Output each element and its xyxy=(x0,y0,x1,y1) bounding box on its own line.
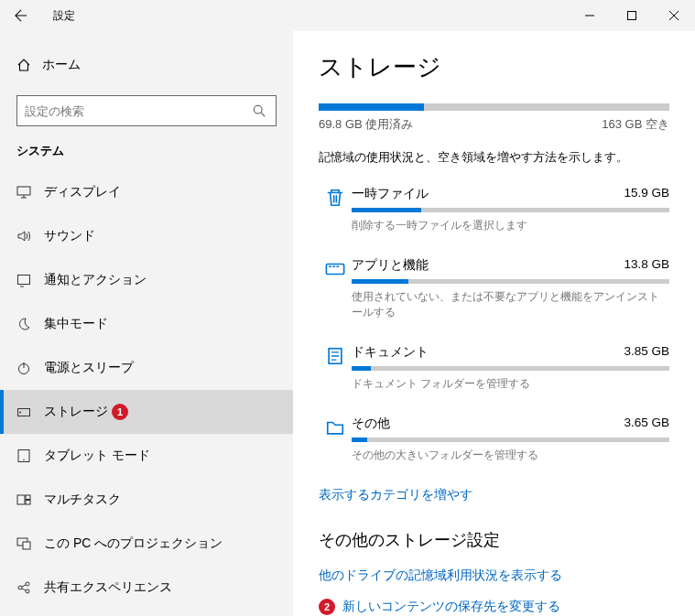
home-link[interactable]: ホーム xyxy=(0,48,293,82)
storage-icon xyxy=(16,405,44,419)
show-more-categories-link[interactable]: 表示するカテゴリを増やす xyxy=(319,487,669,503)
tablet-icon xyxy=(16,448,44,463)
maximize-icon xyxy=(627,11,636,20)
search-input[interactable] xyxy=(25,104,250,118)
sidebar-item-projection[interactable]: この PC へのプロジェクション xyxy=(0,522,293,566)
other-drives-link[interactable]: 他のドライブの記憶域利用状況を表示する xyxy=(319,567,562,584)
category-name: ドキュメント xyxy=(352,344,429,361)
svg-point-14 xyxy=(18,586,22,589)
sidebar-item-label: 通知とアクション xyxy=(44,272,147,288)
sidebar-item-focus[interactable]: 集中モード xyxy=(0,302,293,346)
storage-free: 163 GB 空き xyxy=(602,116,669,133)
storage-usage-bar xyxy=(319,103,669,111)
sidebar-item-label: タブレット モード xyxy=(44,448,150,464)
svg-point-16 xyxy=(26,589,29,593)
maximize-button[interactable] xyxy=(611,0,653,31)
power-icon xyxy=(16,361,44,375)
window-controls xyxy=(569,0,695,31)
category-apps[interactable]: アプリと機能13.8 GB 使用されていない、または不要なアプリと機能をアンイン… xyxy=(319,257,669,320)
category-desc: 使用されていない、または不要なアプリと機能をアンインストールする xyxy=(352,289,669,320)
close-button[interactable] xyxy=(653,0,695,31)
home-label: ホーム xyxy=(42,57,81,73)
sidebar-item-label: マルチタスク xyxy=(44,492,121,508)
notifications-icon xyxy=(16,273,44,287)
sidebar: ホーム システム ディスプレイ サウンド 通知とアクション 集中モード 電源とス… xyxy=(0,31,293,616)
storage-usage-text: 69.8 GB 使用済み 163 GB 空き xyxy=(319,116,669,133)
sidebar-item-label: サウンド xyxy=(44,228,95,244)
change-save-location-link[interactable]: 新しいコンテンツの保存先を変更する xyxy=(342,599,560,615)
category-bar xyxy=(352,279,669,284)
svg-rect-3 xyxy=(18,276,30,285)
svg-rect-2 xyxy=(17,187,30,195)
sidebar-item-label: ディスプレイ xyxy=(44,184,121,200)
trash-icon xyxy=(319,186,352,233)
category-documents[interactable]: ドキュメント3.85 GB ドキュメント フォルダーを管理する xyxy=(319,344,669,392)
moon-icon xyxy=(16,317,44,331)
sidebar-group-label: システム xyxy=(0,143,293,159)
page-title: ストレージ xyxy=(319,51,669,83)
close-icon xyxy=(669,11,679,20)
apps-icon xyxy=(319,257,352,320)
sidebar-item-notifications[interactable]: 通知とアクション xyxy=(0,258,293,302)
sound-icon xyxy=(16,229,44,243)
multitask-icon xyxy=(16,492,44,507)
share-icon xyxy=(16,580,44,595)
display-icon xyxy=(16,185,44,200)
sidebar-item-power[interactable]: 電源とスリープ xyxy=(0,346,293,390)
category-bar xyxy=(352,208,669,212)
svg-point-8 xyxy=(23,459,25,461)
category-size: 15.9 GB xyxy=(624,186,669,202)
svg-rect-10 xyxy=(26,495,30,500)
minimize-icon xyxy=(585,11,594,20)
svg-rect-11 xyxy=(26,501,30,505)
sidebar-item-sound[interactable]: サウンド xyxy=(0,214,293,258)
sidebar-item-display[interactable]: ディスプレイ xyxy=(0,170,293,214)
arrow-left-icon xyxy=(15,9,27,22)
back-button[interactable] xyxy=(0,0,42,31)
svg-rect-17 xyxy=(326,265,343,275)
projection-icon xyxy=(16,536,44,551)
minimize-button[interactable] xyxy=(569,0,611,31)
svg-rect-0 xyxy=(628,12,636,20)
category-bar xyxy=(352,366,669,371)
home-icon xyxy=(16,58,42,72)
category-size: 13.8 GB xyxy=(624,257,669,274)
annotation-badge-1: 1 xyxy=(112,404,128,420)
other-settings-heading: その他のストレージ設定 xyxy=(319,529,669,551)
category-desc: ドキュメント フォルダーを管理する xyxy=(352,376,669,392)
documents-icon xyxy=(319,344,352,392)
svg-point-6 xyxy=(19,412,21,414)
svg-rect-9 xyxy=(17,495,25,504)
storage-description: 記憶域の使用状況と、空き領域を増やす方法を示します。 xyxy=(319,149,669,166)
folder-icon xyxy=(319,416,352,463)
title-bar: 設定 xyxy=(0,0,695,31)
search-box[interactable] xyxy=(16,95,277,126)
sidebar-item-label: ストレージ xyxy=(44,404,108,420)
category-bar xyxy=(352,438,669,442)
sidebar-item-multitask[interactable]: マルチタスク xyxy=(0,478,293,522)
category-name: その他 xyxy=(352,416,390,432)
sidebar-item-label: 集中モード xyxy=(44,316,108,332)
sidebar-item-tablet[interactable]: タブレット モード xyxy=(0,434,293,478)
category-desc: 削除する一時ファイルを選択します xyxy=(352,218,669,233)
storage-used: 69.8 GB 使用済み xyxy=(319,116,413,133)
category-other[interactable]: その他3.65 GB その他の大きいフォルダーを管理する xyxy=(319,416,669,463)
annotation-badge-2: 2 xyxy=(319,599,335,615)
category-size: 3.65 GB xyxy=(624,416,669,432)
category-size: 3.85 GB xyxy=(624,344,669,361)
sidebar-item-storage[interactable]: ストレージ 1 xyxy=(0,390,293,434)
category-name: 一時ファイル xyxy=(352,186,429,202)
category-temp-files[interactable]: 一時ファイル15.9 GB 削除する一時ファイルを選択します xyxy=(319,186,669,233)
category-name: アプリと機能 xyxy=(352,257,429,274)
svg-point-1 xyxy=(254,105,262,113)
sidebar-item-label: この PC へのプロジェクション xyxy=(44,535,223,552)
sidebar-item-label: 電源とスリープ xyxy=(44,360,134,376)
sidebar-item-shared[interactable]: 共有エクスペリエンス xyxy=(0,566,293,610)
content-area: ストレージ 69.8 GB 使用済み 163 GB 空き 記憶域の使用状況と、空… xyxy=(293,31,695,616)
svg-rect-13 xyxy=(23,542,30,549)
sidebar-item-label: 共有エクスペリエンス xyxy=(44,579,172,596)
search-icon xyxy=(250,104,268,117)
category-desc: その他の大きいフォルダーを管理する xyxy=(352,448,669,463)
svg-point-15 xyxy=(26,582,29,586)
window-title: 設定 xyxy=(53,8,75,24)
